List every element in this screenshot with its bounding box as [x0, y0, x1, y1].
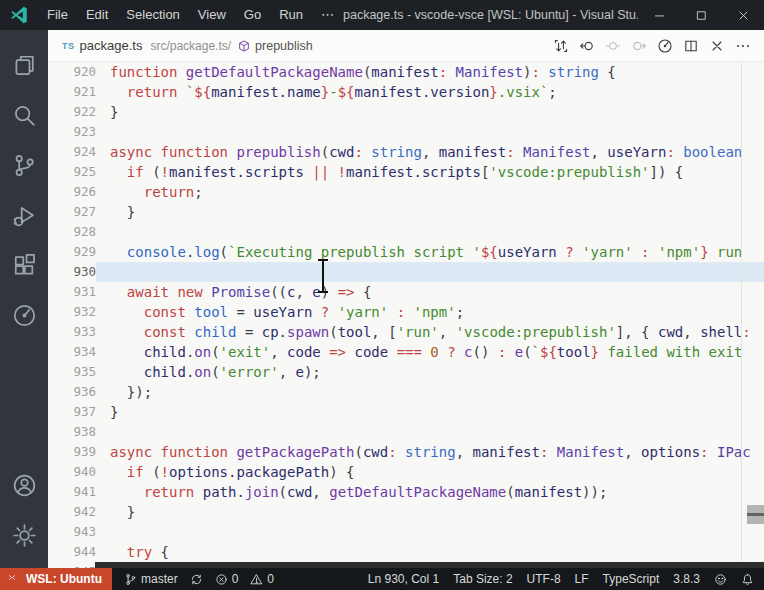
- line-number: 925: [48, 162, 96, 182]
- code-line[interactable]: 933 const child = cp.spawn(tool, ['run',…: [48, 322, 764, 342]
- line-content: console.log(`Executing prepublish script…: [96, 242, 764, 262]
- code-editor[interactable]: 920function getDefaultPackageName(manife…: [48, 62, 764, 568]
- nav-dot-icon: [605, 38, 621, 54]
- activity-run-debug[interactable]: [0, 190, 48, 240]
- breadcrumb-path[interactable]: src/package.ts/: [150, 39, 231, 53]
- error-icon: [215, 573, 228, 586]
- activity-files[interactable]: [0, 40, 48, 90]
- line-number: 922: [48, 102, 96, 122]
- activity-compass-circle[interactable]: [0, 290, 48, 340]
- code-line[interactable]: 932 const tool = useYarn ? 'yarn' : 'npm…: [48, 302, 764, 322]
- editor-group: TS package.ts src/package.ts/ prepublish…: [48, 30, 764, 568]
- code-line[interactable]: 921 return `${manifest.name}-${manifest.…: [48, 82, 764, 102]
- line-number: 931: [48, 282, 96, 302]
- code-line[interactable]: 936 });: [48, 382, 764, 402]
- code-line[interactable]: 931 await new Promise((c, e) => {: [48, 282, 764, 302]
- line-number: 938: [48, 422, 96, 442]
- notifications-bell[interactable]: [741, 573, 754, 586]
- open-file-label[interactable]: package.ts: [80, 38, 143, 53]
- account-icon: [12, 473, 37, 498]
- line-number: 940: [48, 462, 96, 482]
- code-line[interactable]: 927 }: [48, 202, 764, 222]
- line-content: try {: [96, 542, 764, 562]
- line-number: 945: [48, 562, 96, 568]
- code-line[interactable]: 944 try {: [48, 542, 764, 562]
- typescript-version-label: 3.8.3: [673, 572, 700, 586]
- horizontal-scrollbar[interactable]: [95, 562, 764, 568]
- close-button[interactable]: [704, 33, 730, 59]
- code-line[interactable]: 940 if (!options.packagePath) {: [48, 462, 764, 482]
- code-line[interactable]: 924async function prepublish(cwd: string…: [48, 142, 764, 162]
- nav-back-button[interactable]: [574, 33, 600, 59]
- line-content: child.on('error', e);: [96, 362, 764, 382]
- language-mode[interactable]: TypeScript: [603, 572, 660, 586]
- menu-view[interactable]: View: [189, 0, 235, 30]
- activity-account[interactable]: [0, 460, 48, 510]
- menu-[interactable]: ⋯: [312, 0, 343, 30]
- line-content: child.on('exit', code => code === 0 ? c(…: [96, 342, 764, 362]
- code-line[interactable]: 930: [48, 262, 764, 282]
- line-number: 939: [48, 442, 96, 462]
- vscode-logo-icon: [10, 6, 28, 24]
- status-bar: WSL: Ubuntu master00 Ln 930, Col 1Tab Si…: [0, 568, 764, 590]
- menu-go[interactable]: Go: [235, 0, 270, 30]
- eol[interactable]: LF: [575, 572, 589, 586]
- code-line[interactable]: 943: [48, 522, 764, 542]
- maximize-button[interactable]: [680, 0, 722, 30]
- close-window-button[interactable]: [722, 0, 764, 30]
- encoding[interactable]: UTF-8: [527, 572, 561, 586]
- code-line[interactable]: 922}: [48, 102, 764, 122]
- line-content: if (!options.packagePath) {: [96, 462, 764, 482]
- open-changes-button[interactable]: [548, 33, 574, 59]
- breadcrumb-symbol-label: prepublish: [255, 39, 313, 53]
- feedback-button[interactable]: [714, 573, 727, 586]
- typescript-version[interactable]: 3.8.3: [673, 572, 700, 586]
- menu-run[interactable]: Run: [270, 0, 312, 30]
- code-line[interactable]: 934 child.on('exit', code => code === 0 …: [48, 342, 764, 362]
- title-bar: FileEditSelectionViewGoRun⋯ package.ts -…: [0, 0, 764, 30]
- code-line[interactable]: 941 return path.join(cwd, getDefaultPack…: [48, 482, 764, 502]
- remote-indicator[interactable]: WSL: Ubuntu: [0, 568, 112, 590]
- error-count[interactable]: 0: [215, 572, 239, 586]
- code-line[interactable]: 928: [48, 222, 764, 242]
- line-number: 921: [48, 82, 96, 102]
- activity-search[interactable]: [0, 90, 48, 140]
- branch-indicator[interactable]: master: [124, 572, 178, 586]
- split-editor-button[interactable]: [678, 33, 704, 59]
- sync-button[interactable]: [190, 573, 203, 586]
- close-window-icon: [737, 9, 750, 22]
- line-number: 932: [48, 302, 96, 322]
- language-mode-label: TypeScript: [603, 572, 660, 586]
- code-line[interactable]: 937}: [48, 402, 764, 422]
- cursor-position[interactable]: Ln 930, Col 1: [368, 572, 439, 586]
- activity-extensions[interactable]: [0, 240, 48, 290]
- code-line[interactable]: 938: [48, 422, 764, 442]
- code-line[interactable]: 929 console.log(`Executing prepublish sc…: [48, 242, 764, 262]
- more-actions-button[interactable]: [730, 33, 756, 59]
- menu-file[interactable]: File: [38, 0, 77, 30]
- run-circle-button[interactable]: [652, 33, 678, 59]
- indentation[interactable]: Tab Size: 2: [453, 572, 512, 586]
- activity-source-control[interactable]: [0, 140, 48, 190]
- line-content: async function getPackagePath(cwd: strin…: [96, 442, 764, 462]
- code-line[interactable]: 939async function getPackagePath(cwd: st…: [48, 442, 764, 462]
- code-line[interactable]: 925 if (!manifest.scripts || !manifest.s…: [48, 162, 764, 182]
- code-line[interactable]: 935 child.on('error', e);: [48, 362, 764, 382]
- warning-count[interactable]: 0: [250, 572, 274, 586]
- code-line[interactable]: 926 return;: [48, 182, 764, 202]
- line-number: 934: [48, 342, 96, 362]
- minimize-button[interactable]: [638, 0, 680, 30]
- line-number: 943: [48, 522, 96, 542]
- menu-selection[interactable]: Selection: [117, 0, 188, 30]
- code-line[interactable]: 923: [48, 122, 764, 142]
- line-content: const child = cp.spawn(tool, ['run', 'vs…: [96, 322, 764, 342]
- activity-settings-gear[interactable]: [0, 510, 48, 560]
- bell-icon: [741, 573, 754, 586]
- line-content: });: [96, 382, 764, 402]
- vertical-scrollbar[interactable]: [747, 505, 764, 524]
- code-line[interactable]: 942 }: [48, 502, 764, 522]
- menu-edit[interactable]: Edit: [77, 0, 117, 30]
- code-line[interactable]: 920function getDefaultPackageName(manife…: [48, 62, 764, 82]
- line-content: [96, 262, 764, 282]
- breadcrumb-symbol[interactable]: prepublish: [237, 39, 313, 53]
